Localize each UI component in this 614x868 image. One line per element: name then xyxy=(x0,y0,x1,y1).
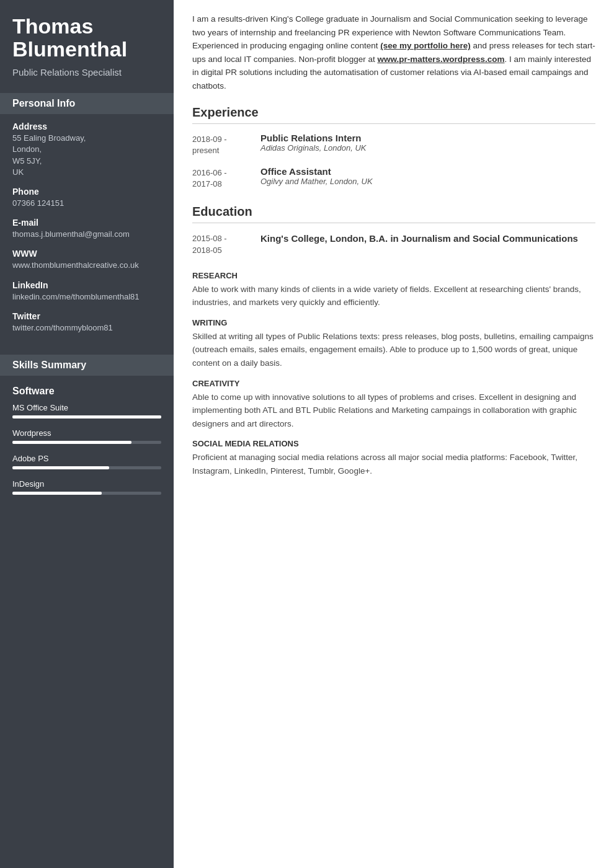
skill-entry-text: Skilled at writing all types of Public R… xyxy=(192,330,595,370)
skills-summary-header: Skills Summary xyxy=(0,355,174,376)
email-value: thomas.j.blumenthal@gmail.com xyxy=(12,229,161,240)
exp-org: Adidas Originals, London, UK xyxy=(260,143,595,153)
edu-date: 2015-08 -2018-05 xyxy=(192,232,260,255)
skill-entry-label: SOCIAL MEDIA RELATIONS xyxy=(192,439,595,448)
personal-info-content: Address 55 Ealing Broadway,London,W5 5JY… xyxy=(0,114,174,350)
skill-bar-fill xyxy=(12,492,102,495)
experience-section: Experience 2018-09 -presentPublic Relati… xyxy=(192,105,595,190)
education-entry: 2015-08 -2018-05King's College, London, … xyxy=(192,232,595,255)
experience-entry: 2016-06 -2017-08Office AssistantOgilvy a… xyxy=(192,166,595,190)
exp-details: Office AssistantOgilvy and Mather, Londo… xyxy=(260,166,595,190)
exp-date: 2018-09 -present xyxy=(192,133,260,156)
skills-content: Software MS Office SuiteWordpressAdobe P… xyxy=(0,376,174,512)
education-list: 2015-08 -2018-05King's College, London, … xyxy=(192,232,595,255)
skill-item: MS Office Suite xyxy=(12,403,161,418)
skill-name: InDesign xyxy=(12,479,161,489)
main-content: I am a results-driven King's College gra… xyxy=(174,0,614,868)
skills-section: RESEARCHAble to work with many kinds of … xyxy=(192,271,595,478)
experience-entry: 2018-09 -presentPublic Relations InternA… xyxy=(192,133,595,156)
skill-entry: CREATIVITYAble to come up with innovativ… xyxy=(192,379,595,431)
candidate-name: Thomas Blumenthal xyxy=(12,15,161,61)
www-value: www.thomblumenthalcreative.co.uk xyxy=(12,260,161,271)
skill-item: Wordpress xyxy=(12,428,161,444)
exp-title: Office Assistant xyxy=(260,166,595,177)
skill-bar-fill xyxy=(12,441,131,444)
skill-entry-label: WRITING xyxy=(192,318,595,327)
summary-text: I am a results-driven King's College gra… xyxy=(192,12,595,93)
address-value: 55 Ealing Broadway,London,W5 5JY,UK xyxy=(12,133,161,178)
skill-bar-bg xyxy=(12,466,161,469)
education-header: Education xyxy=(192,205,595,223)
personal-info-header: Personal Info xyxy=(0,93,174,114)
software-skills: MS Office SuiteWordpressAdobe PSInDesign xyxy=(12,403,161,495)
sidebar: Thomas Blumenthal Public Relations Speci… xyxy=(0,0,174,868)
exp-date: 2016-06 -2017-08 xyxy=(192,166,260,190)
skill-item: Adobe PS xyxy=(12,454,161,469)
edu-details: King's College, London, B.A. in Journali… xyxy=(260,232,595,255)
www-label: WWW xyxy=(12,249,161,259)
exp-title: Public Relations Intern xyxy=(260,133,595,143)
skill-name: Wordpress xyxy=(12,428,161,438)
blog-link[interactable]: www.pr-matters.wordpress.com xyxy=(377,55,504,64)
skill-bar-fill xyxy=(12,415,161,418)
experience-list: 2018-09 -presentPublic Relations InternA… xyxy=(192,133,595,190)
email-block: E-mail thomas.j.blumenthal@gmail.com xyxy=(12,218,161,240)
skill-entries-list: RESEARCHAble to work with many kinds of … xyxy=(192,271,595,478)
address-block: Address 55 Ealing Broadway,London,W5 5JY… xyxy=(12,122,161,178)
linkedin-value: linkedin.com/me/thomblumenthal81 xyxy=(12,291,161,303)
skill-item: InDesign xyxy=(12,479,161,495)
twitter-value: twitter.com/thommybloom81 xyxy=(12,322,161,334)
edu-school: King's College, London, B.A. in Journali… xyxy=(260,232,595,245)
exp-details: Public Relations InternAdidas Originals,… xyxy=(260,133,595,156)
skill-name: Adobe PS xyxy=(12,454,161,463)
software-label: Software xyxy=(12,386,161,403)
skill-bar-bg xyxy=(12,492,161,495)
skill-entry-label: CREATIVITY xyxy=(192,379,595,388)
portfolio-link[interactable]: (see my portfolio here) xyxy=(380,41,471,50)
skill-entry: SOCIAL MEDIA RELATIONSProficient at mana… xyxy=(192,439,595,477)
phone-value: 07366 124151 xyxy=(12,198,161,209)
email-label: E-mail xyxy=(12,218,161,228)
skill-entry-label: RESEARCH xyxy=(192,271,595,280)
exp-org: Ogilvy and Mather, London, UK xyxy=(260,177,595,186)
phone-label: Phone xyxy=(12,187,161,197)
skill-entry: WRITINGSkilled at writing all types of P… xyxy=(192,318,595,370)
experience-header: Experience xyxy=(192,105,595,124)
education-section: Education 2015-08 -2018-05King's College… xyxy=(192,205,595,255)
phone-block: Phone 07366 124151 xyxy=(12,187,161,209)
skill-entry-text: Proficient at managing social media rela… xyxy=(192,451,595,477)
candidate-title: Public Relations Specialist xyxy=(12,66,161,79)
skill-bar-bg xyxy=(12,415,161,418)
twitter-block: Twitter twitter.com/thommybloom81 xyxy=(12,311,161,334)
skill-bar-bg xyxy=(12,441,161,444)
address-label: Address xyxy=(12,122,161,131)
twitter-label: Twitter xyxy=(12,311,161,321)
skill-name: MS Office Suite xyxy=(12,403,161,412)
linkedin-block: LinkedIn linkedin.com/me/thomblumenthal8… xyxy=(12,280,161,303)
sidebar-header: Thomas Blumenthal Public Relations Speci… xyxy=(0,0,174,88)
linkedin-label: LinkedIn xyxy=(12,280,161,290)
skill-entry: RESEARCHAble to work with many kinds of … xyxy=(192,271,595,309)
skill-entry-text: Able to work with many kinds of clients … xyxy=(192,283,595,309)
skill-entry-text: Able to come up with innovative solution… xyxy=(192,391,595,431)
skill-bar-fill xyxy=(12,466,109,469)
www-block: WWW www.thomblumenthalcreative.co.uk xyxy=(12,249,161,271)
